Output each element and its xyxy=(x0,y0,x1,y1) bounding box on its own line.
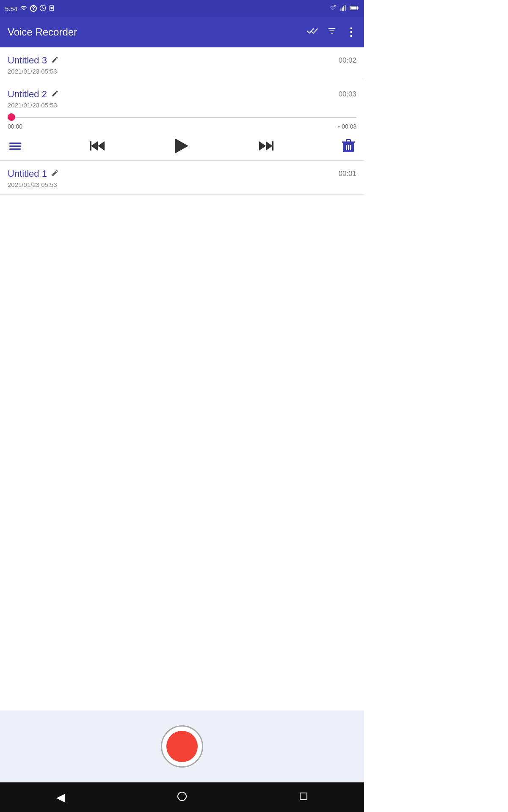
player-section: 00:00 - 00:03 xyxy=(0,109,364,160)
edit-icon-untitled3[interactable] xyxy=(51,56,59,66)
recording-item-header-1: Untitled 1 00:01 xyxy=(8,168,356,179)
recording-duration-untitled1: 00:01 xyxy=(338,170,356,178)
status-bar-left: 5:54 ? xyxy=(5,5,55,13)
recording-date-untitled1: 2021/01/23 05:53 xyxy=(8,181,356,188)
recording-item-untitled2[interactable]: Untitled 2 00:03 2021/01/23 05:53 xyxy=(0,81,364,109)
svg-marker-18 xyxy=(175,138,188,154)
nav-bar: ◀ xyxy=(0,782,364,812)
delete-button[interactable] xyxy=(342,139,355,153)
status-bar-right xyxy=(329,5,359,13)
svg-rect-21 xyxy=(272,141,273,151)
edit-icon-untitled1[interactable] xyxy=(51,169,59,179)
record-button[interactable] xyxy=(161,725,203,768)
svg-rect-2 xyxy=(51,7,53,9)
svg-marker-19 xyxy=(266,141,273,151)
app-title: Voice Recorder xyxy=(8,26,77,38)
battery-icon xyxy=(350,5,359,12)
recording-item-header: Untitled 3 00:02 xyxy=(8,55,356,66)
recording-date-untitled3: 2021/01/23 05:53 xyxy=(8,68,356,75)
more-options-icon[interactable]: ⋮ xyxy=(345,27,356,38)
fast-forward-button[interactable] xyxy=(258,140,273,152)
home-button[interactable] xyxy=(177,792,187,803)
progress-bar-container[interactable] xyxy=(8,113,356,121)
recordings-list: Untitled 3 00:02 2021/01/23 05:53 Untitl… xyxy=(0,47,364,195)
back-button[interactable]: ◀ xyxy=(56,791,65,804)
data-saver-icon xyxy=(39,5,46,13)
edit-icon-untitled2[interactable] xyxy=(51,90,59,99)
recording-item-untitled3[interactable]: Untitled 3 00:02 2021/01/23 05:53 xyxy=(0,47,364,81)
svg-rect-8 xyxy=(345,5,345,11)
app-bar-actions: ⋮ xyxy=(306,26,356,38)
filter-icon[interactable] xyxy=(327,26,337,38)
play-button[interactable] xyxy=(174,137,189,154)
title-row-2: Untitled 2 xyxy=(8,89,59,100)
recording-date-untitled2: 2021/01/23 05:53 xyxy=(8,102,356,109)
time-display: 5:54 xyxy=(5,5,17,12)
app-bar: Voice Recorder ⋮ xyxy=(0,17,364,47)
record-dot xyxy=(166,731,198,762)
recording-duration-untitled3: 00:02 xyxy=(338,56,356,65)
svg-rect-17 xyxy=(90,141,91,151)
current-time: 00:00 xyxy=(8,123,22,130)
svg-marker-16 xyxy=(98,141,105,151)
recents-button[interactable] xyxy=(299,792,308,803)
recording-item-untitled1[interactable]: Untitled 1 00:01 2021/01/23 05:53 xyxy=(0,161,364,195)
rewind-button[interactable] xyxy=(90,140,105,152)
wifi-x-icon xyxy=(329,5,337,13)
title-row: Untitled 3 xyxy=(8,55,59,66)
unknown-icon: ? xyxy=(30,5,37,12)
svg-rect-6 xyxy=(342,7,343,11)
recording-title-untitled3: Untitled 3 xyxy=(8,55,47,66)
progress-track[interactable] xyxy=(8,117,356,118)
record-area xyxy=(0,710,364,782)
recording-duration-untitled2: 00:03 xyxy=(338,90,356,99)
wifi-question-icon xyxy=(20,5,28,13)
recording-title-untitled1: Untitled 1 xyxy=(8,168,47,179)
remaining-time: - 00:03 xyxy=(338,123,356,130)
time-labels: 00:00 - 00:03 xyxy=(8,123,356,130)
svg-marker-20 xyxy=(259,141,266,151)
svg-rect-10 xyxy=(357,7,358,8)
recording-title-untitled2: Untitled 2 xyxy=(8,89,47,100)
svg-rect-5 xyxy=(340,8,341,11)
svg-rect-7 xyxy=(343,6,344,11)
svg-rect-11 xyxy=(351,6,357,9)
recording-item-header-2: Untitled 2 00:03 xyxy=(8,89,356,100)
sim-icon xyxy=(49,5,55,13)
svg-marker-15 xyxy=(91,141,98,151)
progress-thumb[interactable] xyxy=(8,113,15,121)
signal-icon xyxy=(340,5,347,13)
list-icon[interactable] xyxy=(9,143,21,150)
player-controls xyxy=(8,134,356,160)
svg-rect-29 xyxy=(300,793,307,800)
status-bar: 5:54 ? xyxy=(0,0,364,17)
svg-point-28 xyxy=(178,792,186,801)
double-check-icon[interactable] xyxy=(306,27,318,38)
title-row-1: Untitled 1 xyxy=(8,168,59,179)
